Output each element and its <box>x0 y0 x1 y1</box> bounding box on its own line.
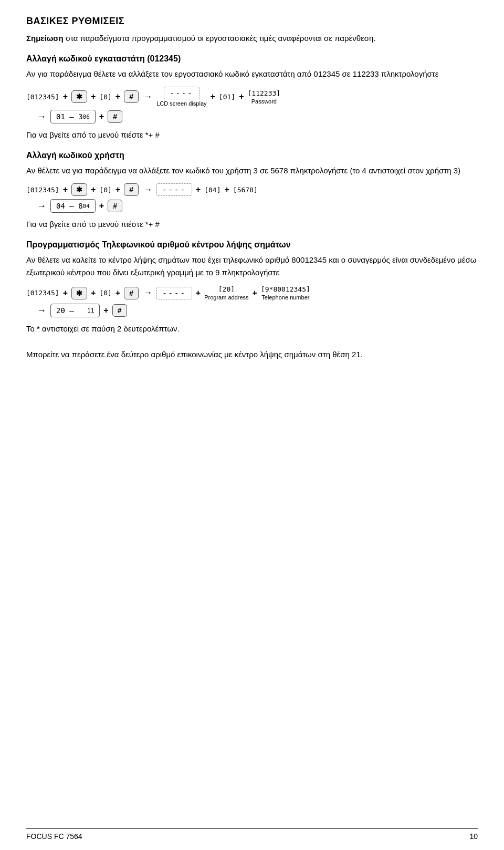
d3-plus1: + <box>63 288 68 298</box>
d1-hash-key: # <box>124 90 139 103</box>
diagram3-row2: → 20 – 11 + # <box>37 304 478 317</box>
d1-lcd-label: LCD screen display <box>156 100 206 107</box>
d2-arrow: → <box>143 184 152 195</box>
d3-row2-plus: + <box>103 306 108 315</box>
d1-zero: [0] <box>99 93 111 101</box>
d2-04: [04] <box>204 186 220 194</box>
d1-sub-arrow: → <box>37 111 46 122</box>
d3-hash-key: # <box>124 287 139 299</box>
section2-heading: Αλλαγή κωδικού χρήστη <box>26 151 478 160</box>
d2-plus5: + <box>225 185 229 194</box>
d3-program-label: Program address <box>204 294 248 300</box>
d2-hash-key: # <box>124 183 139 196</box>
d3-20: [20] <box>218 285 235 293</box>
d1-lcd-display: ‑‑‑‑ LCD screen display <box>156 87 206 107</box>
diagram3: [012345] + ✱ + [0] + # → ‑‑‑‑ + [20] Pro… <box>26 285 478 317</box>
d1-plus5: + <box>239 92 244 101</box>
d1-star-key: ✱ <box>71 90 87 103</box>
d1-plus2: + <box>91 92 96 101</box>
section1-exit: Για να βγείτε από το μενού πιέστε *+ # <box>26 129 478 141</box>
d3-tel: [9*80012345] <box>261 285 310 293</box>
d1-01: [01] <box>219 93 235 101</box>
d3-lcd-col: ‑‑‑‑ <box>156 287 192 299</box>
footer-page: 10 <box>469 832 478 841</box>
d2-row2-hash: # <box>108 200 122 212</box>
note-text: στα παραδείγματα προγραμματισμού οι εργο… <box>64 34 376 43</box>
d1-plus1: + <box>63 92 68 101</box>
section3-note2: Μπορείτε να περάσετε ένα δεύτερο αριθμό … <box>26 348 478 361</box>
diagram1-row2: → 01 – 3 06 + # <box>37 110 478 123</box>
d1-password-label: Password <box>251 98 277 105</box>
d3-tel-label: Telephone number <box>261 294 309 300</box>
section1-para: Αν για παράδειγμα θέλετε να αλλάξετε τον… <box>26 68 478 80</box>
note-bold: Σημείωση <box>26 34 64 43</box>
d2-result-sub: 04 <box>83 203 90 210</box>
diagram1: [012345] + ✱ + [0] + # → ‑‑‑‑ LCD screen… <box>26 87 478 123</box>
d3-dashes: ‑‑‑‑ <box>156 287 192 299</box>
d2-5678: [5678] <box>233 186 258 194</box>
d3-code: [012345] <box>26 289 59 297</box>
d2-plus2: + <box>91 185 96 194</box>
page-title: ΒΑΣΙΚΕΣ ΡΥΘΜΙΣΕΙΣ <box>26 16 478 27</box>
d2-star-key: ✱ <box>71 183 87 196</box>
diagram3-row1: [012345] + ✱ + [0] + # → ‑‑‑‑ + [20] Pro… <box>26 285 478 300</box>
diagram2-row2: → 04 – 8 04 + # <box>37 199 478 213</box>
d2-code: [012345] <box>26 186 59 194</box>
section3-note1: Το * αντιστοιχεί σε παύση 2 δευτερολέπτω… <box>26 323 478 335</box>
section1-heading: Αλλαγή κωδικού εγκαταστάτη (012345) <box>26 54 478 64</box>
d3-plus5: + <box>253 288 257 298</box>
diagram1-row1: [012345] + ✱ + [0] + # → ‑‑‑‑ LCD screen… <box>26 87 478 107</box>
d3-zero: [0] <box>99 289 111 297</box>
d2-plus3: + <box>116 185 120 194</box>
d3-plus3: + <box>116 288 120 298</box>
d3-tel-col: [9*80012345] Telephone number <box>261 285 310 300</box>
d3-plus4: + <box>196 288 201 298</box>
section3-heading: Προγραμματισμός Τηλεφωνικού αριθμού κέντ… <box>26 240 478 250</box>
d3-program-col: [20] Program address <box>204 285 248 300</box>
d2-plus1: + <box>63 185 68 194</box>
d1-password-col: [112233] Password <box>248 89 281 105</box>
d2-zero: [0] <box>99 186 111 194</box>
section-user-code: Αλλαγή κωδικού χρήστη Αν θέλετε να για π… <box>26 151 478 231</box>
d2-result: 04 – 8 04 <box>50 199 96 213</box>
d1-plus4: + <box>211 92 215 101</box>
d3-arrow: → <box>143 287 152 298</box>
section2-para: Αν θέλετε να για παράδειγμα να αλλάξετε … <box>26 164 478 177</box>
d1-result: 01 – 3 06 <box>50 110 96 123</box>
d1-dashes: ‑‑‑‑ <box>164 87 200 99</box>
d3-sub-arrow: → <box>37 305 46 316</box>
d1-row2-hash: # <box>108 110 122 123</box>
page-footer: FOCUS FC 7564 10 <box>26 828 478 841</box>
section-telephone: Προγραμματισμός Τηλεφωνικού αριθμού κέντ… <box>26 240 478 361</box>
d3-row2-hash: # <box>112 304 127 317</box>
d2-plus4: + <box>196 185 201 194</box>
note-paragraph: Σημείωση στα παραδείγματα προγραμματισμο… <box>26 32 478 45</box>
d3-result-sub: 11 <box>87 307 94 314</box>
d1-plus3: + <box>116 92 120 101</box>
d3-result: 20 – 11 <box>50 304 100 317</box>
d2-dashes: ‑‑‑‑ <box>156 183 192 196</box>
section-installer-code: Αλλαγή κωδικού εγκαταστάτη (012345) Αν γ… <box>26 54 478 141</box>
section2-exit: Για να βγείτε από το μενού πιέστε *+ # <box>26 218 478 231</box>
diagram2: [012345] + ✱ + [0] + # → ‑‑‑‑ + [04] + [… <box>26 183 478 213</box>
d3-plus2: + <box>91 288 96 298</box>
d1-result-sub: 06 <box>83 113 90 120</box>
footer-product: FOCUS FC 7564 <box>26 832 82 841</box>
section3-para: Αν θέλετε να καλείτε το κέντρο λήψης σημ… <box>26 254 478 279</box>
d1-112233: [112233] <box>248 89 281 97</box>
d3-star-key: ✱ <box>71 287 87 299</box>
d1-row2-plus: + <box>99 112 104 121</box>
d2-sub-arrow: → <box>37 201 46 212</box>
d1-code: [012345] <box>26 93 59 101</box>
d1-arrow: → <box>143 91 152 102</box>
d2-row2-plus: + <box>99 201 104 211</box>
diagram2-row1: [012345] + ✱ + [0] + # → ‑‑‑‑ + [04] + [… <box>26 183 478 196</box>
